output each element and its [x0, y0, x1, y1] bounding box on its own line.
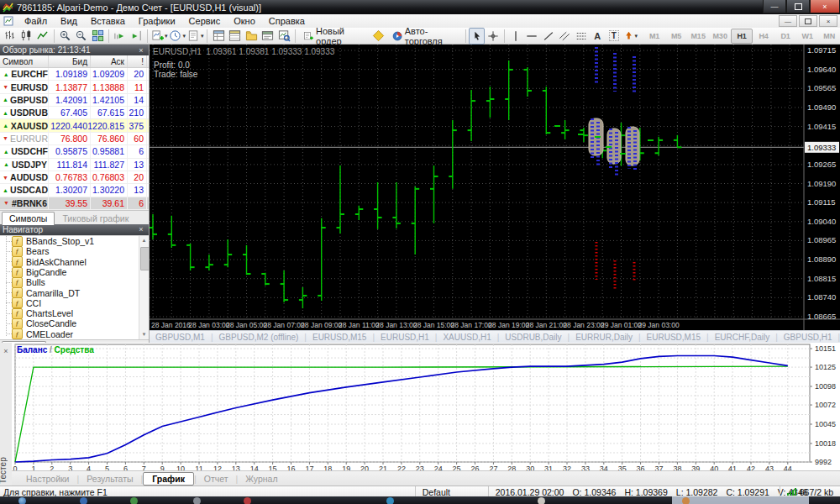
navigator-item[interactable]: ƒCamarilla_DT [0, 287, 149, 297]
zoom-in-button[interactable] [56, 28, 73, 45]
arrows-tool-button[interactable]: ▾ [622, 28, 639, 45]
navigator-item[interactable]: ƒCCI [0, 298, 149, 308]
price-axis[interactable]: 1.097151.096401.095651.094901.094151.092… [807, 45, 836, 321]
scroll-down-icon[interactable]: ▼ [139, 330, 149, 339]
market-watch-column-header[interactable]: Символ Бид Аск ! [0, 55, 149, 68]
tester-tab-График[interactable]: График [143, 472, 194, 486]
child-restore-button[interactable] [799, 15, 817, 27]
chart-line-button[interactable] [34, 28, 51, 45]
horizontal-line-tool-button[interactable] [523, 28, 540, 45]
tester-tab-Журнал[interactable]: Журнал [238, 473, 285, 485]
market-watch-header[interactable]: Обзор рынка: 21:13:41 × [0, 45, 149, 55]
cursor-tool-button[interactable] [469, 28, 486, 45]
minimize-button[interactable]: — [763, 0, 786, 13]
start-orb-icon[interactable] [18, 497, 26, 504]
new-order-button[interactable]: Новый ордер [298, 28, 370, 45]
title-bar[interactable]: 7861185: Alpari-Demo - Демо Счет - [EURU… [0, 0, 840, 14]
market-watch-row[interactable]: ▼EURUSD1.138771.1388811 [0, 81, 149, 93]
column-ask[interactable]: Аск [91, 55, 128, 67]
navigator-item[interactable]: ƒChartsLevel [0, 308, 149, 318]
tester-tab-Результаты[interactable]: Результаты [79, 473, 140, 485]
menu-item-Вставка[interactable]: Вставка [84, 15, 132, 27]
menu-item-Окно[interactable]: Окно [227, 15, 262, 27]
vertical-line-tool-button[interactable] [507, 28, 524, 45]
tester-close-icon[interactable]: × [1, 347, 11, 355]
chart-shift-button[interactable] [128, 28, 144, 45]
chart-tab[interactable]: XAUUSD,H1 [437, 333, 496, 342]
navigator-header[interactable]: Навигатор × [0, 224, 149, 235]
market-watch-row[interactable]: ▼AUDUSD0.767830.7680320 [0, 171, 149, 184]
navigator-item[interactable]: ƒBears [0, 246, 149, 256]
navigator-item[interactable]: ƒBulls [0, 277, 149, 287]
navigator-close-icon[interactable]: × [136, 225, 146, 234]
crosshair-tool-button[interactable] [485, 28, 501, 45]
market-watch-row[interactable]: ▲XAUUSD1220.4401220.815375 [0, 119, 149, 132]
market-watch-row[interactable]: ▲EURCHF1.091891.0920920 [0, 68, 149, 81]
metaeditor-button[interactable] [370, 28, 387, 45]
tester-tab-Настройки[interactable]: Настройки [18, 473, 77, 485]
taskbar-icon[interactable] [386, 497, 394, 504]
market-watch-row[interactable]: ▲USDCHF0.958750.958816 [0, 145, 149, 158]
column-symbol[interactable]: Символ [0, 55, 49, 67]
tester-tab-Отчет[interactable]: Отчет [197, 473, 236, 485]
tab-Тиковый график[interactable]: Тиковый график [55, 212, 136, 224]
timeframe-M15-button[interactable]: M15 [687, 29, 709, 44]
close-button[interactable]: × [810, 0, 840, 13]
templates-button[interactable]: ▾ [186, 28, 205, 45]
menu-item-Файл[interactable]: Файл [18, 15, 54, 27]
timeframe-M30-button[interactable]: M30 [709, 29, 731, 44]
time-axis[interactable]: 28 Jan 201628 Jan 03:0028 Jan 05:0028 Ja… [151, 321, 680, 329]
chart-tab[interactable]: GBPUSD,M1 [150, 333, 211, 342]
menu-item-Вид[interactable]: Вид [54, 15, 84, 27]
new-chart-button[interactable]: ▾ [150, 28, 169, 45]
trendline-tool-button[interactable] [540, 28, 557, 45]
timeframe-D1-button[interactable]: D1 [774, 29, 796, 44]
menu-item-Справка[interactable]: Справка [262, 15, 312, 27]
timeframe-MN-button[interactable]: MN [818, 29, 840, 44]
timeframe-M5-button[interactable]: M5 [665, 29, 687, 44]
child-minimize-button[interactable]: — [779, 15, 797, 27]
profiles-button[interactable]: ▾ [168, 28, 186, 45]
market-watch-row[interactable]: ▲USDCAD1.302071.3022013 [0, 184, 149, 197]
chart-tab[interactable]: EURUSD,H1 [375, 333, 435, 342]
taskbar-icon[interactable] [244, 497, 251, 504]
navigator-item[interactable]: ƒCloseCandle [0, 318, 149, 328]
timeframe-W1-button[interactable]: W1 [796, 29, 818, 44]
label-tool-button[interactable]: T [606, 28, 622, 45]
data-window-button[interactable] [227, 28, 244, 45]
navigator-item[interactable]: ƒBBands_Stop_v1 [0, 236, 149, 246]
text-tool-button[interactable]: A [590, 28, 606, 45]
timeframe-H1-button[interactable]: H1 [731, 29, 753, 44]
navigator-button[interactable] [243, 28, 260, 45]
auto-scroll-button[interactable] [112, 28, 129, 45]
strategy-tester-button[interactable] [276, 28, 292, 45]
market-watch-close-icon[interactable]: × [136, 46, 146, 55]
market-watch-row[interactable]: ▼#BRNK639.5539.616 [0, 197, 149, 210]
taskbar-icon[interactable] [682, 497, 690, 504]
market-watch-button[interactable] [210, 28, 227, 45]
market-watch-row[interactable]: ▲USDJPY111.814111.82713 [0, 159, 149, 171]
taskbar-icon[interactable] [80, 497, 87, 504]
fibonacci-tool-button[interactable] [573, 28, 590, 45]
channel-tool-button[interactable] [556, 28, 573, 45]
tab-Символы[interactable]: Символы [2, 212, 55, 225]
maximize-button[interactable] [786, 0, 810, 13]
taskbar-active-item[interactable] [672, 496, 809, 504]
price-chart[interactable]: 1.097151.096401.095651.094901.094151.092… [150, 45, 840, 330]
menu-item-Графики[interactable]: Графики [132, 15, 182, 27]
chart-tab[interactable]: EURUSD,M15 [307, 333, 372, 342]
zoom-out-button[interactable] [73, 28, 90, 45]
column-spread[interactable]: ! [128, 55, 147, 67]
menu-item-Сервис[interactable]: Сервис [182, 15, 228, 27]
chart-tab[interactable]: USDRUB,Daily [499, 333, 567, 342]
timeframe-M1-button[interactable]: M1 [643, 29, 665, 44]
auto-trading-button[interactable]: Авто-торговля [387, 28, 464, 45]
taskbar-icon[interactable] [130, 497, 138, 504]
market-watch-row[interactable]: ▲GBPUSD1.420911.4210514 [0, 94, 149, 107]
timeframe-H4-button[interactable]: H4 [753, 29, 774, 44]
taskbar-icon[interactable] [193, 497, 201, 504]
chart-tab[interactable]: GBPUSD,H1 [778, 333, 838, 342]
navigator-item[interactable]: ƒBigCandle [0, 267, 149, 277]
navigator-scrollbar[interactable]: ▲ ▼ [139, 236, 149, 339]
chart-candles-button[interactable] [18, 28, 35, 45]
